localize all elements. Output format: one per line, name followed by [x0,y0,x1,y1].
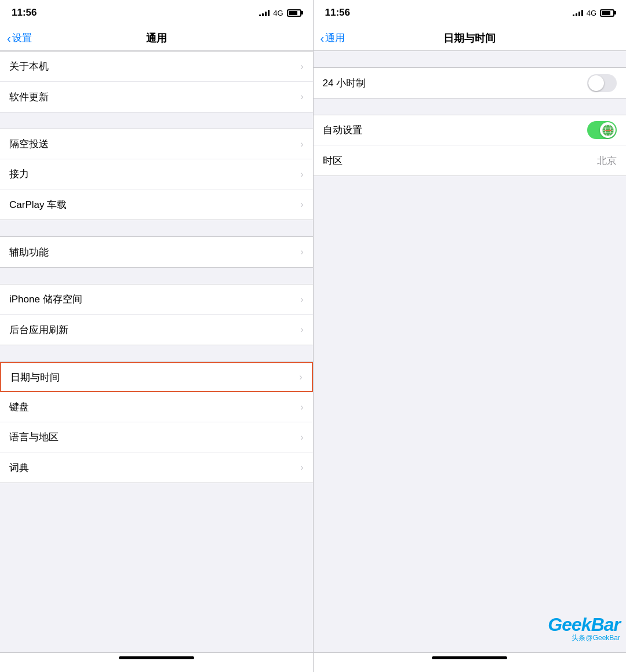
geekbar-watermark: GeekBar 头条@GeekBar [548,614,620,643]
left-status-time: 11:56 [12,7,37,19]
signal-bar-3 [265,12,267,16]
handoff-row[interactable]: 接力 › [0,159,313,189]
left-nav-bar: ‹ 设置 通用 [0,25,313,51]
software-row[interactable]: 软件更新 › [0,82,313,112]
right-status-time: 11:56 [325,7,350,19]
left-section-2: 隔空投送 › 接力 › CarPlay 车载 › [0,129,313,220]
left-bottom-space [0,483,313,529]
carplay-chevron-icon: › [300,199,303,210]
left-section-3: 辅助功能 › [0,236,313,268]
left-gap-1 [0,112,313,129]
language-chevron-icon: › [300,432,303,443]
airdrop-chevron-icon: › [300,139,303,149]
keyboard-label: 键盘 [9,400,29,414]
left-status-bar: 11:56 4G [0,0,313,25]
battery-fill [289,11,297,15]
autoset-toggle-knob [600,122,616,138]
carplay-row[interactable]: CarPlay 车载 › [0,189,313,220]
signal-bar-2 [262,13,264,16]
right-nav-bar: ‹ 通用 日期与时间 [314,25,627,51]
handoff-label: 接力 [9,167,29,181]
right-signal-bars-icon [573,9,583,16]
globe-icon [602,124,614,137]
dictionary-label: 词典 [9,461,29,474]
accessibility-row[interactable]: 辅助功能 › [0,237,313,267]
left-section-4: iPhone 储存空间 › 后台应用刷新 › [0,284,313,345]
right-back-arrow-icon: ‹ [321,32,325,44]
language-row[interactable]: 语言与地区 › [0,422,313,452]
carplay-label: CarPlay 车载 [9,198,67,211]
right-gap-top [314,51,627,67]
timezone-right: 北京 [597,154,617,167]
right-bottom-bar [314,652,627,672]
left-back-arrow-icon: ‹ [7,32,11,44]
right-phone-screen: 11:56 4G ‹ 通用 日期与时间 24 小时制 [314,0,627,672]
left-gap-3 [0,268,313,284]
language-label: 语言与地区 [9,430,59,444]
accessibility-label: 辅助功能 [9,246,49,259]
right-network-label: 4G [587,9,596,17]
datetime-label: 日期与时间 [10,371,60,384]
right-settings-content: 24 小时制 自动设置 [314,51,627,652]
right-bottom-space [314,176,627,350]
signal-bar-4 [268,10,270,16]
storage-label: iPhone 储存空间 [9,293,82,306]
24hour-toggle-knob [588,75,604,91]
left-phone-screen: 11:56 4G ‹ 设置 通用 关于本机 › [0,0,313,672]
autoset-row[interactable]: 自动设置 [314,115,627,145]
datetime-chevron-icon: › [299,372,302,382]
background-chevron-icon: › [300,324,303,335]
right-signal-bar-2 [576,13,577,16]
left-nav-title: 通用 [146,31,167,45]
timezone-label: 时区 [323,154,343,167]
right-battery-icon [600,9,614,17]
right-gap-1 [314,98,627,115]
autoset-label: 自动设置 [323,123,362,137]
left-back-button[interactable]: ‹ 设置 [7,31,32,45]
storage-row[interactable]: iPhone 储存空间 › [0,284,313,315]
right-section-2: 自动设置 [314,115,627,176]
right-back-button[interactable]: ‹ 通用 [321,31,345,45]
dictionary-row[interactable]: 词典 › [0,452,313,483]
background-row[interactable]: 后台应用刷新 › [0,315,313,345]
left-network-label: 4G [273,9,283,17]
right-signal-bar-1 [573,14,574,16]
left-back-label: 设置 [12,31,32,45]
accessibility-chevron-icon: › [300,247,303,257]
left-status-icons: 4G [259,9,301,17]
24hour-label: 24 小时制 [323,76,366,90]
left-section-1: 关于本机 › 软件更新 › [0,51,313,112]
signal-bars-icon [259,9,270,16]
left-home-indicator [119,656,194,659]
right-section-1: 24 小时制 [314,67,627,98]
keyboard-row[interactable]: 键盘 › [0,392,313,422]
datetime-row[interactable]: 日期与时间 › [0,362,313,392]
left-settings-content: 关于本机 › 软件更新 › 隔空投送 › 接力 › CarPlay 车载 › [0,51,313,652]
right-signal-bar-3 [578,12,580,16]
software-label: 软件更新 [9,90,49,104]
storage-chevron-icon: › [300,294,303,305]
right-battery-fill [602,11,610,15]
autoset-toggle[interactable] [587,121,617,139]
airdrop-row[interactable]: 隔空投送 › [0,129,313,159]
timezone-value: 北京 [597,154,617,167]
right-status-icons: 4G [573,9,614,17]
right-home-indicator [432,656,507,659]
right-back-label: 通用 [325,31,345,45]
about-label: 关于本机 [9,60,49,73]
background-label: 后台应用刷新 [9,323,68,337]
geekbar-sub-text: 头条@GeekBar [572,633,620,643]
left-gap-4 [0,345,313,361]
geekbar-bar-text: Bar [591,614,620,635]
left-bottom-bar [0,652,313,672]
left-battery-icon [287,9,301,17]
about-row[interactable]: 关于本机 › [0,52,313,82]
about-chevron-icon: › [300,61,303,72]
airdrop-label: 隔空投送 [9,137,49,151]
left-gap-2 [0,220,313,236]
24hour-row[interactable]: 24 小时制 [314,68,627,98]
geekbar-geek-text: Geek [548,614,591,635]
timezone-row[interactable]: 时区 北京 [314,145,627,176]
24hour-toggle[interactable] [587,74,617,92]
software-chevron-icon: › [300,92,303,102]
